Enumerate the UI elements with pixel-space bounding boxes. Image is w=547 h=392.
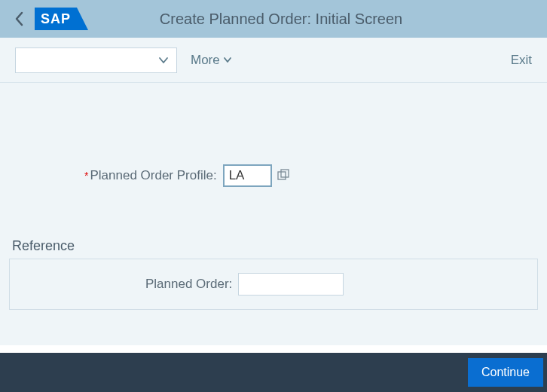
continue-button[interactable]: Continue: [468, 358, 543, 387]
content-area: * Planned Order Profile: Reference Plann…: [0, 83, 547, 345]
value-help-button[interactable]: [275, 167, 292, 184]
svg-rect-0: [278, 172, 286, 179]
reference-box: Planned Order:: [9, 259, 538, 310]
profile-field-row: * Planned Order Profile:: [9, 164, 538, 187]
svg-rect-1: [281, 170, 289, 177]
chevron-down-icon: [223, 57, 232, 63]
more-button[interactable]: More: [191, 53, 232, 68]
chevron-down-icon: [158, 57, 169, 64]
ref-order-input[interactable]: [238, 273, 344, 296]
more-label: More: [191, 53, 220, 68]
footer-bar: Continue: [0, 353, 547, 392]
sap-logo: SAP: [35, 8, 77, 30]
value-help-icon: [277, 169, 290, 182]
exit-button[interactable]: Exit: [511, 53, 532, 68]
sap-logo-text: SAP: [41, 11, 71, 27]
ref-order-label: Planned Order:: [145, 277, 232, 292]
back-button[interactable]: [9, 8, 30, 29]
reference-section-title: Reference: [9, 238, 538, 254]
chevron-left-icon: [14, 11, 25, 26]
profile-label: Planned Order Profile:: [90, 168, 216, 183]
profile-input[interactable]: [223, 164, 272, 187]
toolbar-dropdown[interactable]: [15, 47, 177, 73]
toolbar: More Exit: [0, 38, 547, 83]
page-title: Create Planned Order: Initial Screen: [77, 11, 485, 28]
required-indicator: *: [84, 170, 88, 182]
app-header: SAP Create Planned Order: Initial Screen: [0, 0, 547, 38]
